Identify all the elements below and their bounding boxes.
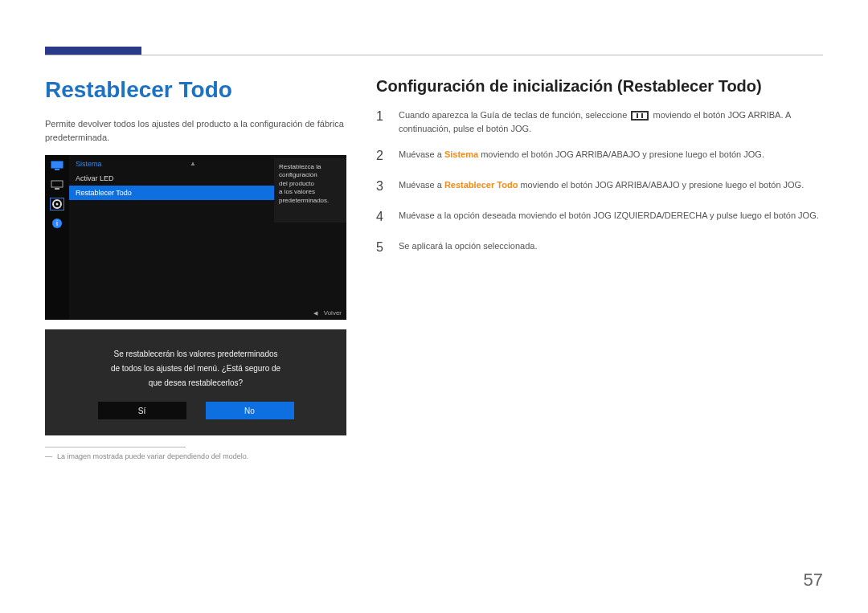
osd-sidebar: i xyxy=(45,155,69,320)
step-text: Muévase a la opción deseada moviendo el … xyxy=(399,207,823,227)
osd-yes-button: Sí xyxy=(98,402,186,419)
step-number: 3 xyxy=(376,177,387,196)
step-text-part: moviendo el botón JOG ARRIBA/ABAJO y pre… xyxy=(481,149,764,159)
svg-rect-0 xyxy=(51,161,63,168)
step-text: Muévase a Restablecer Todo moviendo el b… xyxy=(399,177,823,196)
svg-rect-3 xyxy=(55,188,59,190)
picture-icon xyxy=(51,179,63,190)
osd-row-label: Activar LED xyxy=(76,174,288,182)
manual-page: Restablecer Todo Permite devolver todos … xyxy=(0,0,868,613)
osd-confirm-message: Se restablecerán los valores predetermin… xyxy=(61,347,330,390)
footnote-dash: ― xyxy=(45,452,52,460)
osd-back-label: Volver xyxy=(324,309,342,317)
two-column-layout: Restablecer Todo Permite devolver todos … xyxy=(45,77,823,460)
menu-button-icon xyxy=(631,111,649,121)
keyword-restablecer-todo: Restablecer Todo xyxy=(444,180,518,190)
header-accent-bar xyxy=(45,47,141,55)
step-number: 4 xyxy=(376,207,387,227)
osd-desc-line: a los valores xyxy=(279,188,342,196)
svg-text:i: i xyxy=(56,219,58,227)
svg-point-5 xyxy=(56,203,59,206)
step-4: 4 Muévase a la opción deseada moviendo e… xyxy=(376,207,823,227)
info-icon: i xyxy=(51,218,63,229)
gear-icon xyxy=(51,198,63,210)
osd-menu-screenshot: i ▲ Sistema Activar LED Modo de espera R… xyxy=(45,155,346,320)
subsection-heading: Configuración de inicialización (Restabl… xyxy=(376,77,823,96)
section-heading: Restablecer Todo xyxy=(45,77,350,103)
osd-confirm-dialog: Se restablecerán los valores predetermin… xyxy=(45,329,346,435)
keyword-sistema: Sistema xyxy=(444,149,478,159)
footnote: ―La imagen mostrada puede variar dependi… xyxy=(45,452,350,460)
step-3: 3 Muévase a Restablecer Todo moviendo el… xyxy=(376,177,823,196)
step-2: 2 Muévase a Sistema moviendo el botón JO… xyxy=(376,146,823,166)
osd-no-button: No xyxy=(206,402,294,419)
step-text: Muévase a Sistema moviendo el botón JOG … xyxy=(399,146,823,166)
back-arrow-icon: ◀ xyxy=(313,310,317,316)
header-rule xyxy=(45,55,823,55)
step-number: 5 xyxy=(376,238,387,257)
footnote-text: La imagen mostrada puede variar dependie… xyxy=(57,452,248,460)
osd-desc-line: predeterminados. xyxy=(279,197,342,205)
osd-desc-line: configuración xyxy=(279,171,342,179)
scroll-up-icon: ▲ xyxy=(190,160,196,167)
osd-description-panel: Restablezca la configuración del product… xyxy=(274,158,346,223)
steps-list: 1 Cuando aparezca la Guía de teclas de f… xyxy=(376,107,823,257)
step-text-part: moviendo el botón JOG ARRIBA/ABAJO y pre… xyxy=(520,180,804,190)
msg-line: de todos los ajustes del menú. ¿Está seg… xyxy=(111,364,280,373)
step-text-part: Cuando aparezca la Guía de teclas de fun… xyxy=(399,110,627,120)
osd-desc-line: del producto xyxy=(279,180,342,188)
step-text-part: Muévase a xyxy=(399,149,442,159)
svg-rect-2 xyxy=(51,181,63,187)
msg-line: que desea restablecerlos? xyxy=(149,378,243,387)
right-column: Configuración de inicialización (Restabl… xyxy=(376,77,823,460)
osd-confirm-buttons: Sí No xyxy=(61,402,330,419)
osd-main-panel: ▲ Sistema Activar LED Modo de espera Res… xyxy=(69,155,346,320)
footnote-rule xyxy=(45,447,186,447)
step-text: Se aplicará la opción seleccionada. xyxy=(399,238,823,257)
left-column: Restablecer Todo Permite devolver todos … xyxy=(45,77,350,460)
step-1: 1 Cuando aparezca la Guía de teclas de f… xyxy=(376,107,823,135)
monitor-icon xyxy=(51,160,63,171)
svg-rect-1 xyxy=(55,169,59,170)
step-text-part: Muévase a xyxy=(399,180,442,190)
step-5: 5 Se aplicará la opción seleccionada. xyxy=(376,238,823,257)
msg-line: Se restablecerán los valores predetermin… xyxy=(114,349,278,358)
osd-desc-line: Restablezca la xyxy=(279,163,342,171)
step-text: Cuando aparezca la Guía de teclas de fun… xyxy=(399,107,823,135)
osd-footer: ◀ Volver xyxy=(313,309,342,317)
step-number: 2 xyxy=(376,146,387,166)
page-number: 57 xyxy=(804,570,823,591)
step-number: 1 xyxy=(376,107,387,135)
intro-paragraph: Permite devolver todos los ajustes del p… xyxy=(45,117,350,144)
